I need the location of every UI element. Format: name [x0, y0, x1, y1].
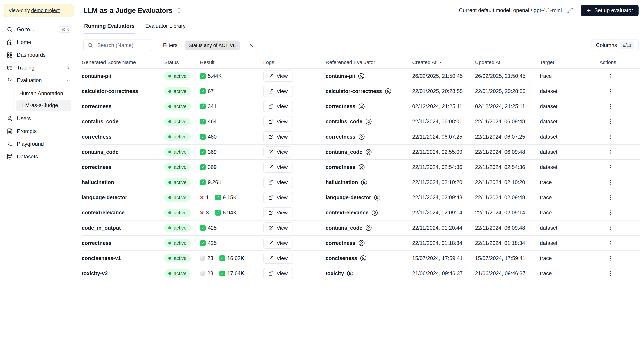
sidebar-item-label: Users: [17, 115, 31, 122]
row-actions-button[interactable]: [606, 208, 616, 217]
tab-running-evaluators[interactable]: Running Evaluators: [84, 19, 135, 34]
sidebar-item-human-annotation[interactable]: Human Annotation: [16, 88, 71, 99]
row-actions-button[interactable]: [606, 178, 616, 187]
referenced-evaluator-link[interactable]: hallucination: [326, 179, 368, 186]
sidebar-item-playground[interactable]: Playground: [3, 138, 74, 150]
external-link-icon: [268, 195, 274, 200]
table-row[interactable]: contains_code active ✓464 View contains_…: [82, 114, 640, 129]
referenced-evaluator-link[interactable]: contains-pii: [326, 73, 364, 79]
view-logs-button[interactable]: View: [263, 238, 293, 249]
row-actions-button[interactable]: [606, 102, 616, 111]
row-actions-button[interactable]: [606, 193, 616, 202]
status-badge: active: [164, 269, 191, 277]
set-up-evaluator-button[interactable]: Set up evaluator: [581, 4, 638, 16]
row-actions-button[interactable]: [606, 86, 616, 96]
sidebar-item-prompts[interactable]: Prompts: [3, 125, 74, 137]
view-logs-button[interactable]: View: [263, 207, 293, 218]
referenced-evaluator-link[interactable]: contextrelevance: [326, 209, 378, 216]
sidebar-item-llm-as-a-judge[interactable]: LLM-as-a-Judge: [16, 100, 71, 111]
referenced-evaluator-link[interactable]: calculator-correctness: [326, 88, 391, 95]
table-row[interactable]: correctness active ✓460 View correctness…: [82, 129, 640, 145]
view-logs-button[interactable]: View: [263, 116, 293, 127]
tab-evaluator-library[interactable]: Evaluator Library: [145, 19, 186, 34]
referenced-evaluator-link[interactable]: contains_code: [326, 225, 372, 231]
table-row[interactable]: correctness active ✓369 View correctness…: [82, 160, 640, 175]
clear-filters-button[interactable]: [246, 40, 256, 50]
referenced-evaluator-link[interactable]: correctness: [326, 164, 365, 171]
table-row[interactable]: contextrelevance active ×3✓8.94K View co…: [82, 205, 640, 221]
referenced-evaluator-link[interactable]: contains_code: [326, 149, 372, 155]
row-actions-button[interactable]: [606, 238, 616, 248]
view-logs-button[interactable]: View: [263, 131, 293, 142]
evaluator-avatar-icon: [347, 270, 354, 277]
col-status: Status: [164, 59, 200, 65]
table-row[interactable]: contains-pii active ✓5.44K View contains…: [82, 69, 640, 84]
view-logs-button[interactable]: View: [263, 86, 293, 97]
table-row[interactable]: language-detector active ×1✓9.15K View l…: [82, 190, 640, 205]
referenced-evaluator-link[interactable]: contains_code: [326, 118, 372, 125]
result-error: ×3: [200, 210, 209, 216]
view-logs-button[interactable]: View: [263, 192, 293, 203]
referenced-evaluator-link[interactable]: language-detector: [326, 194, 380, 201]
sidebar-item-tracing[interactable]: Tracing: [3, 62, 74, 74]
active-filter-badge[interactable]: Status any of ACTIVE: [185, 40, 240, 50]
row-actions-button[interactable]: [606, 71, 616, 81]
table-row[interactable]: correctness active ✓341 View correctness…: [82, 99, 640, 114]
row-actions-button[interactable]: [606, 132, 616, 141]
demo-project-link[interactable]: demo project: [31, 8, 60, 13]
referenced-evaluator-link[interactable]: correctness: [326, 133, 365, 140]
table-row[interactable]: code_in_output active ✓425 View contains…: [82, 221, 640, 236]
table-row[interactable]: calculator-correctness active ✓67 View c…: [82, 84, 640, 99]
referenced-evaluator-link[interactable]: conciseness: [326, 255, 366, 262]
sidebar-item-datasets[interactable]: Datasets: [3, 151, 74, 163]
view-logs-button[interactable]: View: [263, 101, 293, 112]
view-logs-button[interactable]: View: [263, 268, 293, 279]
col-generated-score-name: Generated Score Name: [82, 59, 164, 65]
table-row[interactable]: correctness active ✓425 View correctness…: [82, 236, 640, 251]
view-logs-button[interactable]: View: [263, 177, 293, 188]
columns-button[interactable]: Columns 9/11: [592, 39, 638, 51]
sidebar-item-dashboards[interactable]: Dashboards: [3, 49, 74, 61]
target: trace: [540, 255, 599, 261]
status-dot-icon: [168, 75, 171, 78]
status-dot-icon: [168, 242, 171, 245]
view-logs-button[interactable]: View: [263, 253, 293, 264]
sidebar-item-goto[interactable]: Go to... ⌘ K: [3, 23, 74, 35]
created-at: 22/11/2024, 06:08:01: [412, 118, 475, 125]
referenced-evaluator-link[interactable]: correctness: [326, 240, 365, 246]
view-logs-button[interactable]: View: [263, 162, 293, 173]
table-row[interactable]: conciseness-v1 active 23✓16.62K View con…: [82, 251, 640, 266]
result-cell: ✓425: [200, 225, 263, 231]
sidebar-item-evaluation[interactable]: Evaluation: [3, 75, 74, 86]
view-logs-button[interactable]: View: [263, 146, 293, 157]
set-up-evaluator-label: Set up evaluator: [594, 7, 633, 13]
result-success: ✓5.44K: [200, 73, 222, 79]
sidebar-item-users[interactable]: Users: [3, 113, 74, 124]
status-dot-icon: [168, 166, 171, 169]
edit-model-button[interactable]: [566, 6, 574, 14]
table-row[interactable]: hallucination active ✓9.26K View halluci…: [82, 175, 640, 190]
row-actions-button[interactable]: [606, 162, 616, 172]
referenced-evaluator-name: correctness: [326, 164, 356, 170]
evaluator-avatar-icon: [365, 149, 372, 155]
info-icon[interactable]: [176, 8, 182, 13]
table-row[interactable]: toxicity-v2 active 23✓17.64K View toxici…: [82, 266, 640, 281]
row-actions-button[interactable]: [606, 269, 616, 278]
view-logs-button[interactable]: View: [263, 222, 293, 233]
row-actions-button[interactable]: [606, 117, 616, 126]
sidebar-item-home[interactable]: Home: [3, 36, 74, 48]
table-row[interactable]: contains_code active ✓369 View contains_…: [82, 145, 640, 160]
updated-at: 22/11/2024, 02:54:36: [475, 164, 540, 170]
referenced-evaluator-link[interactable]: toxicity: [326, 270, 353, 277]
col-created-at[interactable]: Created At: [412, 59, 475, 65]
result-cell: ✓5.44K: [200, 73, 263, 79]
row-actions-button[interactable]: [606, 223, 616, 233]
view-logs-button[interactable]: View: [263, 70, 293, 81]
filters-button[interactable]: Filters: [160, 40, 181, 51]
referenced-evaluator-link[interactable]: correctness: [326, 103, 365, 110]
row-actions-button[interactable]: [606, 147, 616, 157]
search-input[interactable]: [96, 42, 148, 49]
row-actions-button[interactable]: [606, 254, 616, 263]
referenced-evaluator-name: correctness: [326, 134, 356, 140]
search-box[interactable]: [83, 39, 152, 51]
